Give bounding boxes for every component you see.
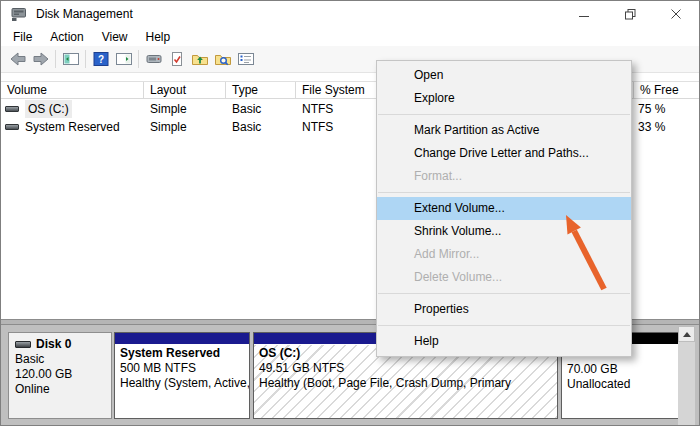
menu-file[interactable]: File bbox=[4, 28, 41, 46]
column-header-volume[interactable]: Volume bbox=[1, 82, 144, 99]
percent-free-cell: 75 % bbox=[638, 100, 665, 118]
menu-separator bbox=[378, 114, 630, 115]
disk-management-app-icon bbox=[10, 7, 28, 22]
partition-size: 49.51 GB NTFS bbox=[259, 361, 552, 376]
partition-title: System Reserved bbox=[120, 346, 244, 361]
layout-cell: Simple bbox=[150, 118, 187, 136]
disk-icon bbox=[15, 341, 31, 348]
up-triangle-icon bbox=[683, 332, 691, 337]
menu-separator bbox=[378, 325, 630, 326]
disk-type: Basic bbox=[15, 352, 105, 367]
menu-item-open[interactable]: Open bbox=[377, 64, 631, 87]
annotation-arrow-icon bbox=[551, 206, 621, 301]
disk-management-window: Disk Management File Action View Help bbox=[0, 0, 700, 426]
partition-system-reserved[interactable]: System Reserved 500 MB NTFS Healthy (Sys… bbox=[114, 332, 250, 419]
type-cell: Basic bbox=[232, 118, 261, 136]
volume-cell: OS (C:) bbox=[5, 100, 72, 118]
partition-status: Healthy (Boot, Page File, Crash Dump, Pr… bbox=[259, 376, 552, 391]
menu-separator bbox=[378, 192, 630, 193]
type-cell: Basic bbox=[232, 100, 261, 118]
title-bar: Disk Management bbox=[1, 1, 699, 27]
percent-free-cell: 33 % bbox=[638, 118, 665, 136]
menu-bar: File Action View Help bbox=[1, 27, 699, 46]
volume-name: System Reserved bbox=[25, 118, 120, 136]
layout-cell: Simple bbox=[150, 100, 187, 118]
partition-color-stripe bbox=[115, 333, 249, 345]
disk-capacity: 120.00 GB bbox=[15, 367, 105, 382]
disk-status: Online bbox=[15, 382, 105, 397]
file-system-cell: NTFS bbox=[302, 118, 333, 136]
disk-name: Disk 0 bbox=[36, 337, 71, 351]
column-header-percent-free[interactable]: % Free bbox=[634, 82, 700, 99]
menu-view[interactable]: View bbox=[93, 28, 137, 46]
menu-item-help[interactable]: Help bbox=[377, 330, 631, 353]
unallocated-size: 70.00 GB bbox=[567, 362, 673, 377]
console-tree-icon[interactable] bbox=[59, 48, 82, 70]
back-arrow-icon[interactable] bbox=[6, 48, 29, 70]
menu-item-explore[interactable]: Explore bbox=[377, 87, 631, 110]
toolbar-separator bbox=[85, 50, 86, 68]
drive-icon bbox=[5, 106, 19, 112]
drive-icon bbox=[5, 124, 19, 130]
partition-status: Healthy (System, Active, bbox=[120, 376, 244, 391]
column-header-layout[interactable]: Layout bbox=[144, 82, 226, 99]
menu-item-properties[interactable]: Properties bbox=[377, 298, 631, 321]
restore-icon[interactable] bbox=[607, 1, 653, 27]
volume-name: OS (C:) bbox=[25, 100, 72, 118]
minimize-icon[interactable] bbox=[561, 1, 607, 27]
svg-text:?: ? bbox=[97, 54, 103, 65]
unallocated-status: Unallocated bbox=[567, 377, 673, 392]
menu-item-format: Format... bbox=[377, 165, 631, 188]
close-icon[interactable] bbox=[653, 1, 699, 27]
volume-cell: System Reserved bbox=[5, 118, 120, 136]
toolbar-separator bbox=[138, 50, 139, 68]
toolbar-separator bbox=[55, 50, 56, 68]
properties-list-icon[interactable] bbox=[234, 48, 257, 70]
document-check-icon[interactable] bbox=[165, 48, 188, 70]
scroll-up-icon[interactable] bbox=[678, 326, 695, 342]
window-title: Disk Management bbox=[36, 7, 133, 21]
forward-arrow-icon[interactable] bbox=[29, 48, 52, 70]
menu-item-change-drive-letter[interactable]: Change Drive Letter and Paths... bbox=[377, 142, 631, 165]
folder-upload-icon[interactable] bbox=[188, 48, 211, 70]
device-icon[interactable] bbox=[142, 48, 165, 70]
menu-item-mark-partition-active[interactable]: Mark Partition as Active bbox=[377, 119, 631, 142]
help-icon[interactable]: ? bbox=[89, 48, 112, 70]
disk-info-cell[interactable]: Disk 0 Basic 120.00 GB Online bbox=[8, 332, 112, 419]
menu-help[interactable]: Help bbox=[137, 28, 180, 46]
partition-size: 500 MB NTFS bbox=[120, 361, 244, 376]
folder-search-icon[interactable] bbox=[211, 48, 234, 70]
action-pane-icon[interactable] bbox=[112, 48, 135, 70]
column-header-type[interactable]: Type bbox=[226, 82, 296, 99]
file-system-cell: NTFS bbox=[302, 100, 333, 118]
menu-action[interactable]: Action bbox=[41, 28, 92, 46]
vertical-scrollbar[interactable] bbox=[678, 326, 695, 425]
